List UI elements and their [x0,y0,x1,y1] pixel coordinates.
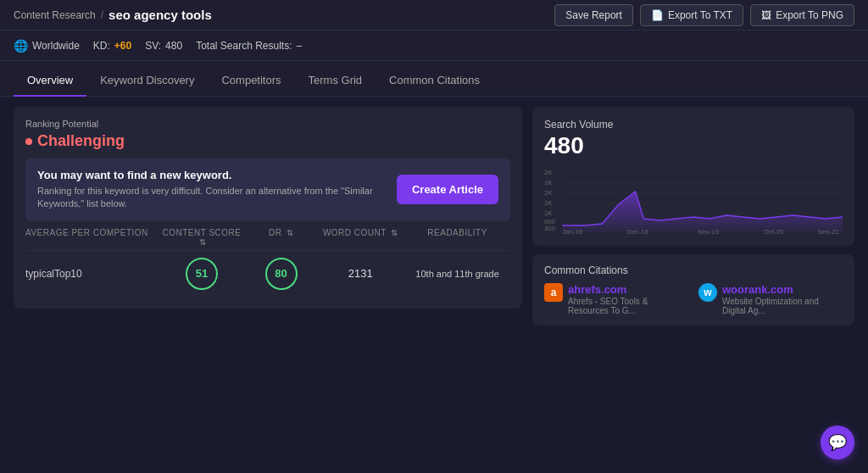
row-dr: 80 [246,258,316,290]
svg-text:1K: 1K [544,199,553,207]
toolbar: 🌐 Worldwide KD: +60 SV: 480 Total Search… [0,31,868,61]
sv-label: SV: [145,40,161,52]
common-citations-card: Common Citations a ahrefs.com Ahrefs - S… [532,254,854,326]
save-report-button[interactable]: Save Report [554,4,633,26]
sv-value: 480 [165,40,182,52]
export-txt-button[interactable]: 📄 Export To TXT [640,4,743,26]
avg-header: AVERAGE PER COMPETION [25,228,158,247]
total-label: Total Search Results: [196,40,292,52]
ahrefs-logo: a [544,283,563,302]
row-read: 10th and 11th grade [404,269,510,279]
ranking-status: Challenging [25,132,510,150]
sv-indicator: SV: 480 [145,40,182,52]
tab-terms-grid[interactable]: Terms Grid [295,65,376,97]
ahrefs-desc: Ahrefs - SEO Tools & Resources To G... [568,297,688,315]
citation-ahrefs-info: ahrefs.com Ahrefs - SEO Tools & Resource… [568,283,688,315]
svg-text:1K: 1K [544,209,553,217]
ahrefs-name[interactable]: ahrefs.com [568,283,688,296]
ranking-potential-card: Ranking Potential Challenging You may wa… [14,107,522,309]
sv-card-value: 480 [544,132,843,159]
kd-value: +60 [114,40,131,52]
woorank-logo: w [698,283,717,302]
row-label: typicalTop10 [25,268,158,280]
content-score-circle: 51 [186,258,218,290]
citation-ahrefs: a ahrefs.com Ahrefs - SEO Tools & Resour… [544,283,688,315]
kd-indicator: KD: +60 [93,40,131,52]
row-wc: 2131 [316,267,404,280]
export-png-button[interactable]: 🖼 Export To PNG [750,4,854,26]
warning-text: You may want to find a new keyword. Rank… [37,169,387,211]
document-icon: 📄 [651,9,664,21]
ranking-status-text: Challenging [37,132,125,150]
tab-competitors[interactable]: Competitors [208,65,294,97]
chat-bubble-button[interactable]: 💬 [821,426,854,459]
svg-text:Oct-20: Oct-20 [764,228,784,234]
tab-common-citations[interactable]: Common Citations [376,65,493,97]
citation-woorank: w woorank.com Website Optimization and D… [698,283,843,315]
stats-row-typical: typicalTop10 51 80 2131 10th and 11th gr… [25,251,510,297]
tab-keyword-discovery[interactable]: Keyword Discovery [86,65,208,97]
create-article-button[interactable]: Create Article [397,175,498,204]
globe-icon: 🌐 [14,39,28,53]
warning-box: You may want to find a new keyword. Rank… [25,159,510,221]
left-panel: Ranking Potential Challenging You may wa… [14,107,522,463]
right-panel: Search Volume 480 2K 2K 2K 1K 1K 600 300 [532,107,854,463]
svg-text:Sep-21: Sep-21 [818,228,840,234]
citations-list: a ahrefs.com Ahrefs - SEO Tools & Resour… [544,283,843,315]
total-value: – [297,40,303,52]
main-content: Ranking Potential Challenging You may wa… [0,97,868,473]
status-dot [25,138,32,145]
search-volume-card: Search Volume 480 2K 2K 2K 1K 1K 600 300 [532,107,854,246]
chat-icon: 💬 [828,433,847,452]
ranking-label: Ranking Potential [25,119,510,129]
warning-title: You may want to find a new keyword. [37,169,387,181]
breadcrumb-parent: Content Research [14,9,96,21]
dr-header: DR ⇅ [246,228,316,247]
svg-text:Jan-18: Jan-18 [563,228,583,234]
sv-chart: 2K 2K 2K 1K 1K 600 300 [544,166,843,234]
woorank-name[interactable]: woorank.com [722,283,843,296]
cs-header: CONTENT SCORE ⇅ [158,228,246,247]
svg-text:300: 300 [544,225,556,232]
header: Content Research / seo agency tools Save… [0,0,868,31]
row-cs: 51 [158,258,246,290]
image-icon: 🖼 [761,9,771,21]
sv-card-label: Search Volume [544,119,843,131]
breadcrumb-separator: / [101,9,103,21]
woorank-desc: Website Optimization and Digital Ag... [722,297,843,315]
wc-header: WORD COUNT ⇅ [316,228,404,247]
page-title: seo agency tools [108,8,212,22]
kd-label: KD: [93,40,110,52]
svg-text:Nov-19: Nov-19 [698,228,720,234]
svg-text:2K: 2K [544,169,553,176]
dr-circle: 80 [265,258,298,290]
breadcrumb: Content Research / seo agency tools [14,8,212,22]
svg-text:2K: 2K [544,179,553,186]
location-label: Worldwide [32,40,80,52]
svg-text:2K: 2K [544,189,553,197]
read-header: READABILITY [404,228,510,247]
tab-overview[interactable]: Overview [14,65,86,97]
total-results: Total Search Results: – [196,40,302,52]
svg-text:Dec-18: Dec-18 [627,228,649,234]
warning-desc: Ranking for this keyword is very difficu… [37,185,387,211]
header-actions: Save Report 📄 Export To TXT 🖼 Export To … [554,4,854,26]
location-selector[interactable]: 🌐 Worldwide [14,39,80,53]
citation-woorank-info: woorank.com Website Optimization and Dig… [722,283,843,315]
citations-label: Common Citations [544,264,843,276]
stats-header: AVERAGE PER COMPETION CONTENT SCORE ⇅ DR… [25,221,510,251]
tabs-bar: Overview Keyword Discovery Competitors T… [0,61,868,97]
